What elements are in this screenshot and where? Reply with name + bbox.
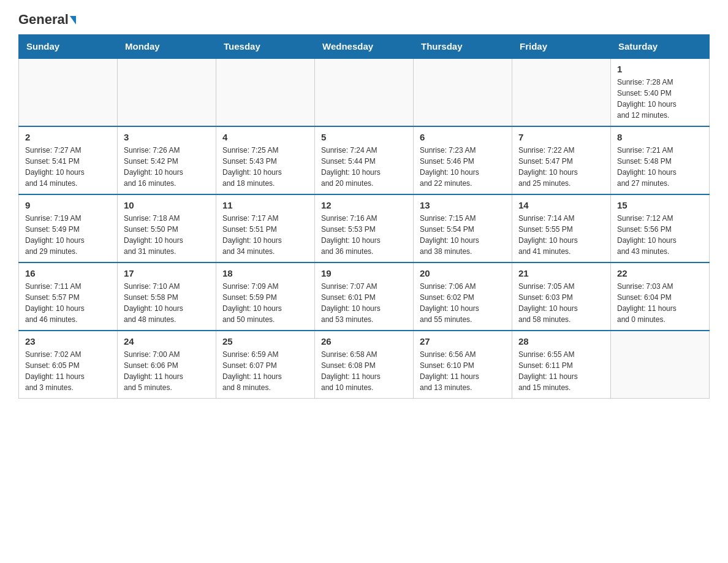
col-tuesday: Tuesday [216,35,315,59]
day-number: 17 [124,268,210,278]
table-row: 17Sunrise: 7:10 AMSunset: 5:58 PMDayligh… [118,262,216,331]
day-info: Sunrise: 7:14 AMSunset: 5:55 PMDaylight:… [518,213,604,257]
table-row: 5Sunrise: 7:24 AMSunset: 5:44 PMDaylight… [315,126,414,194]
table-row: 11Sunrise: 7:17 AMSunset: 5:51 PMDayligh… [216,194,315,262]
day-info: Sunrise: 6:59 AMSunset: 6:07 PMDaylight:… [222,349,308,393]
day-number: 21 [518,268,604,278]
table-row: 24Sunrise: 7:00 AMSunset: 6:06 PMDayligh… [118,331,216,399]
calendar-table: Sunday Monday Tuesday Wednesday Thursday… [18,34,710,399]
day-number: 8 [617,132,703,142]
day-number: 19 [321,268,407,278]
day-info: Sunrise: 7:02 AMSunset: 6:05 PMDaylight:… [25,349,111,393]
col-friday: Friday [512,35,611,59]
table-row: 9Sunrise: 7:19 AMSunset: 5:49 PMDaylight… [19,194,118,262]
day-info: Sunrise: 6:56 AMSunset: 6:10 PMDaylight:… [420,349,506,393]
day-info: Sunrise: 7:26 AMSunset: 5:42 PMDaylight:… [124,145,210,189]
day-number: 4 [222,132,308,142]
table-row [611,331,710,399]
table-row: 20Sunrise: 7:06 AMSunset: 6:02 PMDayligh… [414,262,512,331]
day-info: Sunrise: 7:12 AMSunset: 5:56 PMDaylight:… [617,213,703,257]
table-row: 6Sunrise: 7:23 AMSunset: 5:46 PMDaylight… [414,126,512,194]
day-number: 23 [25,336,111,347]
day-number: 14 [518,200,604,210]
calendar-week-row: 9Sunrise: 7:19 AMSunset: 5:49 PMDaylight… [19,194,710,262]
table-row: 28Sunrise: 6:55 AMSunset: 6:11 PMDayligh… [512,331,611,399]
table-row: 4Sunrise: 7:25 AMSunset: 5:43 PMDaylight… [216,126,315,194]
table-row [315,58,414,126]
table-row: 26Sunrise: 6:58 AMSunset: 6:08 PMDayligh… [315,331,414,399]
day-number: 12 [321,200,407,210]
table-row: 19Sunrise: 7:07 AMSunset: 6:01 PMDayligh… [315,262,414,331]
day-info: Sunrise: 7:17 AMSunset: 5:51 PMDaylight:… [222,213,308,257]
table-row: 27Sunrise: 6:56 AMSunset: 6:10 PMDayligh… [414,331,512,399]
day-number: 24 [124,336,210,347]
table-row [512,58,611,126]
day-info: Sunrise: 7:23 AMSunset: 5:46 PMDaylight:… [420,145,506,189]
day-info: Sunrise: 6:58 AMSunset: 6:08 PMDaylight:… [321,349,407,393]
calendar-week-row: 2Sunrise: 7:27 AMSunset: 5:41 PMDaylight… [19,126,710,194]
day-number: 11 [222,200,308,210]
day-info: Sunrise: 6:55 AMSunset: 6:11 PMDaylight:… [518,349,604,393]
day-number: 13 [420,200,506,210]
day-info: Sunrise: 7:05 AMSunset: 6:03 PMDaylight:… [518,281,604,325]
day-info: Sunrise: 7:18 AMSunset: 5:50 PMDaylight:… [124,213,210,257]
table-row: 21Sunrise: 7:05 AMSunset: 6:03 PMDayligh… [512,262,611,331]
day-number: 7 [518,132,604,142]
col-thursday: Thursday [414,35,512,59]
day-number: 15 [617,200,703,210]
day-info: Sunrise: 7:00 AMSunset: 6:06 PMDaylight:… [124,349,210,393]
day-number: 5 [321,132,407,142]
day-info: Sunrise: 7:25 AMSunset: 5:43 PMDaylight:… [222,145,308,189]
day-number: 22 [617,268,703,278]
logo-triangle-icon [70,16,76,25]
day-info: Sunrise: 7:06 AMSunset: 6:02 PMDaylight:… [420,281,506,325]
day-info: Sunrise: 7:22 AMSunset: 5:47 PMDaylight:… [518,145,604,189]
logo-text: General [18,12,76,27]
day-number: 18 [222,268,308,278]
table-row: 23Sunrise: 7:02 AMSunset: 6:05 PMDayligh… [19,331,118,399]
day-info: Sunrise: 7:24 AMSunset: 5:44 PMDaylight:… [321,145,407,189]
day-number: 6 [420,132,506,142]
table-row [414,58,512,126]
day-info: Sunrise: 7:10 AMSunset: 5:58 PMDaylight:… [124,281,210,325]
day-number: 20 [420,268,506,278]
table-row: 7Sunrise: 7:22 AMSunset: 5:47 PMDaylight… [512,126,611,194]
day-info: Sunrise: 7:15 AMSunset: 5:54 PMDaylight:… [420,213,506,257]
day-info: Sunrise: 7:19 AMSunset: 5:49 PMDaylight:… [25,213,111,257]
col-saturday: Saturday [611,35,710,59]
table-row [118,58,216,126]
calendar-week-row: 16Sunrise: 7:11 AMSunset: 5:57 PMDayligh… [19,262,710,331]
table-row: 2Sunrise: 7:27 AMSunset: 5:41 PMDaylight… [19,126,118,194]
table-row: 25Sunrise: 6:59 AMSunset: 6:07 PMDayligh… [216,331,315,399]
table-row: 8Sunrise: 7:21 AMSunset: 5:48 PMDaylight… [611,126,710,194]
day-info: Sunrise: 7:27 AMSunset: 5:41 PMDaylight:… [25,145,111,189]
table-row: 15Sunrise: 7:12 AMSunset: 5:56 PMDayligh… [611,194,710,262]
day-number: 27 [420,336,506,347]
day-number: 1 [617,64,703,74]
col-wednesday: Wednesday [315,35,414,59]
table-row: 22Sunrise: 7:03 AMSunset: 6:04 PMDayligh… [611,262,710,331]
day-number: 28 [518,336,604,347]
day-info: Sunrise: 7:09 AMSunset: 5:59 PMDaylight:… [222,281,308,325]
table-row: 10Sunrise: 7:18 AMSunset: 5:50 PMDayligh… [118,194,216,262]
table-row: 13Sunrise: 7:15 AMSunset: 5:54 PMDayligh… [414,194,512,262]
day-info: Sunrise: 7:21 AMSunset: 5:48 PMDaylight:… [617,145,703,189]
day-info: Sunrise: 7:07 AMSunset: 6:01 PMDaylight:… [321,281,407,325]
calendar-week-row: 1Sunrise: 7:28 AMSunset: 5:40 PMDaylight… [19,58,710,126]
page-header: General [18,12,710,27]
calendar-header-row: Sunday Monday Tuesday Wednesday Thursday… [19,35,710,59]
table-row [216,58,315,126]
logo: General [18,12,76,27]
col-sunday: Sunday [19,35,118,59]
day-info: Sunrise: 7:16 AMSunset: 5:53 PMDaylight:… [321,213,407,257]
table-row: 14Sunrise: 7:14 AMSunset: 5:55 PMDayligh… [512,194,611,262]
table-row: 3Sunrise: 7:26 AMSunset: 5:42 PMDaylight… [118,126,216,194]
table-row [19,58,118,126]
table-row: 16Sunrise: 7:11 AMSunset: 5:57 PMDayligh… [19,262,118,331]
day-number: 2 [25,132,111,142]
day-info: Sunrise: 7:03 AMSunset: 6:04 PMDaylight:… [617,281,703,325]
day-number: 16 [25,268,111,278]
logo-general: General [18,12,69,27]
day-info: Sunrise: 7:11 AMSunset: 5:57 PMDaylight:… [25,281,111,325]
table-row: 18Sunrise: 7:09 AMSunset: 5:59 PMDayligh… [216,262,315,331]
